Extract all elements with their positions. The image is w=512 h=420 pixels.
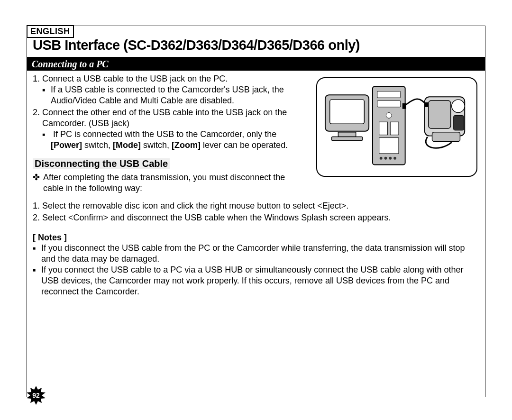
svg-rect-6 <box>377 100 401 107</box>
figure-pc-camcorder-usb <box>316 77 477 177</box>
disconnect-step-1: Select the removable disc icon and click… <box>42 201 479 211</box>
content-frame: USB Interface (SC-D362/D363/D364/D365/D3… <box>27 26 485 397</box>
svg-rect-16 <box>429 100 451 128</box>
notes-heading: [ Notes ] <box>33 233 479 243</box>
svg-rect-2 <box>338 132 356 137</box>
power-label: [Power] <box>51 140 82 150</box>
svg-rect-5 <box>377 91 401 98</box>
svg-rect-18 <box>432 132 460 142</box>
svg-rect-10 <box>379 138 399 154</box>
notes-list: If you disconnect the USB cable from the… <box>33 243 479 297</box>
svg-rect-20 <box>402 103 406 109</box>
svg-rect-1 <box>330 100 365 124</box>
steps-disconnect: Select the removable disc icon and click… <box>33 201 479 223</box>
disconnect-intro: After completing the data transmission, … <box>33 172 479 194</box>
svg-rect-8 <box>379 122 388 135</box>
section-heading-connecting: Connecting to a PC <box>27 58 485 71</box>
svg-rect-21 <box>425 102 429 107</box>
step-1-text: Connect a USB cable to the USB jack on t… <box>42 74 228 83</box>
svg-rect-9 <box>390 122 399 135</box>
body-text: Connect a USB cable to the USB jack on t… <box>27 71 485 298</box>
mode-label: [Mode] <box>113 140 141 150</box>
disconnect-step-2: Select <Confirm> and disconnect the USB … <box>42 212 479 223</box>
step-2-text: Connect the other end of the USB cable i… <box>42 108 287 128</box>
svg-point-11 <box>380 157 383 160</box>
page-number: 92 <box>27 386 46 405</box>
note-2: If you connect the USB cable to a PC via… <box>41 265 479 297</box>
page-title: USB Interface (SC-D362/D363/D364/D365/D3… <box>27 36 485 58</box>
manual-page: USB Interface (SC-D362/D363/D364/D365/D3… <box>0 0 512 420</box>
svg-point-13 <box>389 157 392 160</box>
svg-rect-19 <box>454 115 464 130</box>
zoom-label: [Zoom] <box>172 140 201 150</box>
svg-rect-3 <box>332 137 363 141</box>
svg-point-17 <box>452 100 465 112</box>
subheading-disconnect: Disconnecting the USB Cable <box>33 158 170 169</box>
svg-point-14 <box>393 157 396 160</box>
svg-point-12 <box>384 157 387 160</box>
svg-point-7 <box>386 113 392 119</box>
connection-diagram-icon <box>317 78 476 176</box>
note-1: If you disconnect the USB cable from the… <box>41 243 479 265</box>
language-tag: ENGLISH <box>27 25 74 38</box>
